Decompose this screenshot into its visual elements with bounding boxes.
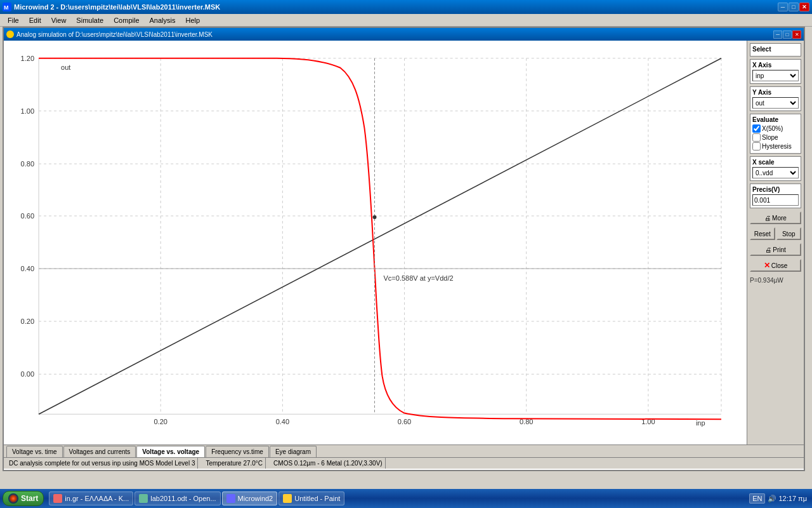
maximize-button[interactable]: □ — [789, 3, 799, 11]
hysteresis-label: Hysteresis — [762, 143, 792, 150]
more-button[interactable]: 🖨 More — [750, 211, 801, 224]
browser-icon — [53, 494, 62, 503]
menu-simulate[interactable]: Simulate — [71, 15, 108, 25]
print-button[interactable]: 🖨 Print — [750, 243, 801, 256]
close-button[interactable]: ✕ — [799, 3, 809, 11]
taskbar-item-ingr[interactable]: in.gr - ΕΛΛΑΔΑ - Κ... — [49, 491, 133, 505]
precis-section: Precis(V) — [750, 184, 801, 208]
tab-frequency-time[interactable]: Frequency vs.time — [206, 446, 269, 457]
menu-compile[interactable]: Compile — [108, 15, 144, 25]
svg-text:0.60: 0.60 — [398, 418, 411, 425]
stop-button[interactable]: Stop — [776, 227, 802, 240]
evaluate-section: Evaluate X(50%) Slope Hysteresis — [750, 114, 801, 154]
xscale-label: X scale — [752, 159, 799, 166]
svg-point-36 — [372, 215, 376, 219]
status-bar: DC analysis complete for out versus inp … — [4, 457, 804, 469]
tab-voltages-currents[interactable]: Voltages and currents — [63, 446, 136, 457]
more-icon: 🖨 — [764, 215, 771, 222]
x-axis-select[interactable]: inp — [752, 70, 799, 81]
tab-eye-diagram[interactable]: Eye diagram — [270, 446, 317, 457]
menu-edit[interactable]: Edit — [24, 15, 46, 25]
system-tray: 🔊 12:17 πμ — [768, 495, 807, 503]
slope-checkbox[interactable] — [752, 133, 761, 142]
tab-voltage-voltage[interactable]: Voltage vs. voltage — [136, 446, 205, 457]
menu-file[interactable]: File — [3, 15, 24, 25]
chart-svg: 1.20 1.00 0.80 0.60 0.40 0.20 0.00 0.20 … — [4, 41, 747, 444]
taskbar: Start in.gr - ΕΛΛΑΔΑ - Κ... lab2011.odt … — [0, 489, 812, 508]
writer-icon — [139, 494, 148, 503]
window-title: Microwind 2 - D:\users\mpitz\tei\lab\VLS… — [14, 3, 778, 11]
sim-maximize-button[interactable]: □ — [783, 30, 792, 39]
svg-text:0.80: 0.80 — [21, 160, 34, 168]
sim-window-title: Analog simulation of D:\users\mpitz\tei\… — [16, 31, 773, 38]
sim-close-button[interactable]: ✕ — [792, 30, 801, 39]
svg-text:0.40: 0.40 — [276, 418, 289, 425]
svg-text:1.00: 1.00 — [21, 107, 34, 115]
taskbar-item-microwind-label: Microwind2 — [238, 495, 273, 502]
language-indicator[interactable]: EN — [749, 493, 765, 504]
start-button[interactable]: Start — [3, 491, 44, 506]
menu-analysis[interactable]: Analysis — [145, 15, 181, 25]
select-section: Select — [750, 43, 801, 57]
sim-window-icon — [6, 30, 14, 38]
svg-text:out: out — [61, 64, 70, 71]
sim-window: Analog simulation of D:\users\mpitz\tei\… — [3, 27, 805, 471]
window-controls: ─ □ ✕ — [778, 3, 809, 11]
evaluate-label: Evaluate — [752, 116, 799, 123]
print-icon: 🖨 — [765, 246, 771, 253]
microwind-taskbar-icon — [226, 494, 235, 503]
x50-checkbox-row: X(50%) — [752, 124, 799, 133]
close-sim-button[interactable]: ✕ Close — [750, 259, 801, 272]
main-window: M Microwind 2 - D:\users\mpitz\tei\lab\V… — [0, 0, 812, 489]
sim-minimize-button[interactable]: ─ — [773, 30, 782, 39]
power-display: P=0.934µW — [750, 277, 801, 284]
menu-view[interactable]: View — [46, 15, 72, 25]
svg-text:1.20: 1.20 — [21, 55, 34, 62]
close-label: Close — [771, 262, 788, 269]
menu-help[interactable]: Help — [180, 15, 205, 25]
svg-text:0.60: 0.60 — [21, 212, 34, 220]
x50-label: X(50%) — [762, 125, 783, 132]
right-panel: Select X Axis inp Y Axis out — [747, 41, 804, 444]
close-icon: ✕ — [764, 261, 770, 270]
svg-text:Vc=0.588V at y=Vdd/2: Vc=0.588V at y=Vdd/2 — [384, 274, 454, 282]
minimize-button[interactable]: ─ — [778, 3, 788, 11]
svg-rect-2 — [4, 46, 747, 440]
status-analysis: DC analysis complete for out versus inp … — [6, 458, 198, 469]
taskbar-item-lab-label: lab2011.odt - Open... — [150, 495, 216, 502]
y-axis-select[interactable]: out — [752, 97, 799, 109]
title-bar: M Microwind 2 - D:\users\mpitz\tei\lab\V… — [0, 0, 812, 14]
precis-label: Precis(V) — [752, 186, 799, 193]
taskbar-item-lab[interactable]: lab2011.odt - Open... — [134, 491, 220, 505]
select-label: Select — [752, 46, 799, 53]
taskbar-item-microwind[interactable]: Microwind2 — [222, 491, 278, 505]
hysteresis-checkbox[interactable] — [752, 142, 761, 150]
tray-clock: 12:17 πμ — [778, 495, 807, 502]
start-label: Start — [21, 494, 38, 503]
tab-voltage-time[interactable]: Voltage vs. time — [6, 446, 63, 457]
x-axis-section: X Axis inp — [750, 59, 801, 84]
taskbar-right: EN 🔊 12:17 πμ — [744, 493, 812, 504]
taskbar-item-ingr-label: in.gr - ΕΛΛΑΔΑ - Κ... — [65, 495, 129, 502]
status-cmos: CMOS 0.12µm - 6 Metal (1.20V,3.30V) — [271, 458, 386, 469]
taskbar-item-paint-label: Untitled - Paint — [294, 495, 340, 502]
reset-button[interactable]: Reset — [750, 227, 775, 240]
svg-text:inp: inp — [696, 419, 705, 427]
xscale-select[interactable]: 0..vdd — [752, 167, 799, 178]
tray-icon-1: 🔊 — [768, 495, 776, 503]
y-axis-label: Y Axis — [752, 89, 799, 96]
xscale-section: X scale 0..vdd — [750, 156, 801, 181]
precis-input[interactable] — [752, 194, 799, 206]
print-label: Print — [773, 246, 786, 253]
tabs-bar: Voltage vs. time Voltages and currents V… — [4, 444, 804, 457]
chart-area: 1.20 1.00 0.80 0.60 0.40 0.20 0.00 0.20 … — [4, 41, 747, 444]
more-label: More — [772, 215, 787, 222]
app-icon: M — [3, 3, 11, 11]
slope-checkbox-row: Slope — [752, 133, 799, 142]
x50-checkbox[interactable] — [752, 124, 761, 133]
status-temperature: Temperature 27.0°C — [203, 458, 266, 469]
taskbar-item-paint[interactable]: Untitled - Paint — [278, 491, 344, 505]
sim-window-controls: ─ □ ✕ — [773, 30, 801, 39]
content-area: 1.20 1.00 0.80 0.60 0.40 0.20 0.00 0.20 … — [4, 41, 804, 444]
y-axis-section: Y Axis out — [750, 86, 801, 111]
